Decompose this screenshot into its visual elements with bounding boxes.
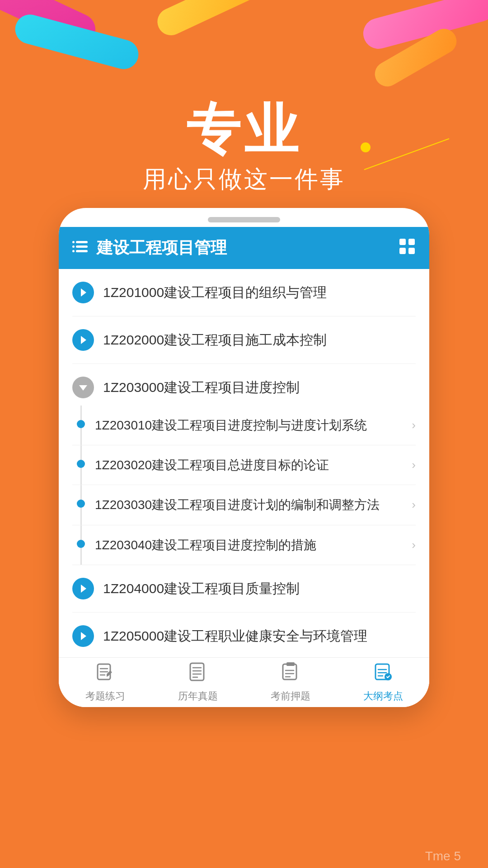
nav-label-2: 历年真题	[178, 689, 218, 703]
app-header: 建设工程项目管理	[59, 227, 429, 269]
svg-rect-0	[76, 241, 88, 243]
sub-item[interactable]: 1Z203010建设工程项目进度控制与进度计划系统 ›	[72, 406, 416, 445]
sub-item-text-4: 1Z203040建设工程项目进度控制的措施	[95, 536, 407, 554]
list-item[interactable]: 1Z204000建设工程项目质量控制	[72, 565, 416, 613]
sub-item-text-3: 1Z203030建设工程项目进度计划的编制和调整方法	[95, 496, 407, 514]
deco-dot	[361, 142, 371, 152]
sub-item[interactable]: 1Z203030建设工程项目进度计划的编制和调整方法 ›	[72, 485, 416, 525]
item-text-3: 1Z203000建设工程项目进度控制	[103, 378, 416, 397]
app-header-left: 建设工程项目管理	[72, 237, 227, 259]
grid-icon[interactable]	[399, 238, 416, 259]
bottom-nav: 考题练习 历年真题	[59, 657, 429, 707]
hero-subtitle: 用心只做这一件事	[0, 164, 488, 195]
item-icon-3	[72, 377, 94, 398]
chevron-icon-1: ›	[412, 418, 416, 432]
nav-item-prediction[interactable]: 考前押题	[244, 658, 337, 707]
list-item[interactable]: 1Z201000建设工程项目的组织与管理	[72, 269, 416, 316]
nav-item-syllabus[interactable]: 大纲考点	[337, 658, 429, 707]
svg-marker-12	[79, 385, 87, 391]
svg-rect-9	[408, 248, 415, 254]
chevron-icon-4: ›	[412, 538, 416, 552]
svg-rect-8	[399, 248, 406, 254]
prediction-icon	[280, 661, 301, 687]
list-icon	[72, 240, 89, 257]
timeline-dot-2	[77, 460, 85, 468]
item-text-1: 1Z201000建设工程项目的组织与管理	[103, 283, 416, 302]
svg-marker-10	[81, 288, 86, 297]
practice-icon	[95, 661, 116, 687]
svg-rect-4	[72, 245, 75, 248]
pill-pink	[0, 0, 101, 51]
svg-rect-1	[76, 245, 88, 248]
svg-rect-7	[408, 239, 415, 245]
svg-marker-11	[81, 336, 86, 344]
pill-orange-right	[371, 24, 461, 91]
past-papers-icon	[188, 661, 208, 687]
chevron-icon-3: ›	[412, 498, 416, 512]
timeline-dot-3	[77, 500, 85, 508]
sub-items-container: 1Z203010建设工程项目进度控制与进度计划系统 › 1Z203020建设工程…	[72, 406, 416, 565]
svg-rect-6	[399, 239, 406, 245]
nav-label-1: 考题练习	[85, 689, 125, 703]
pill-yellow	[153, 0, 263, 40]
phone-notch	[208, 217, 280, 222]
svg-marker-14	[81, 632, 86, 640]
svg-rect-5	[72, 250, 75, 252]
item-text-2: 1Z202000建设工程项目施工成本控制	[103, 330, 416, 349]
item-icon-1	[72, 282, 94, 303]
bottom-time-text: Tme 5	[425, 849, 461, 863]
header-title: 建设工程项目管理	[97, 237, 227, 259]
item-icon-5	[72, 625, 94, 647]
svg-marker-13	[81, 585, 86, 593]
sub-item[interactable]: 1Z203040建设工程项目进度控制的措施 ›	[72, 525, 416, 565]
list-item-expanded[interactable]: 1Z203000建设工程项目进度控制	[72, 364, 416, 406]
pill-cyan	[12, 11, 141, 72]
timeline-dot-4	[77, 540, 85, 548]
list-container: 1Z201000建设工程项目的组织与管理 1Z202000建设工程项目施工成本控…	[59, 269, 429, 707]
phone-mockup: 建设工程项目管理 1Z201000建设工程项目的组织与管理	[59, 208, 429, 707]
svg-rect-17	[190, 663, 204, 680]
sub-item-text-2: 1Z203020建设工程项目总进度目标的论证	[95, 456, 407, 474]
hero-section: 专业 用心只做这一件事	[0, 99, 488, 195]
nav-item-practice[interactable]: 考题练习	[59, 658, 151, 707]
timeline-dot-1	[77, 420, 85, 428]
sub-item-text-1: 1Z203010建设工程项目进度控制与进度计划系统	[95, 416, 407, 434]
nav-item-past-papers[interactable]: 历年真题	[151, 658, 244, 707]
item-icon-4	[72, 578, 94, 599]
sub-item[interactable]: 1Z203020建设工程项目总进度目标的论证 ›	[72, 445, 416, 485]
syllabus-icon	[373, 661, 394, 687]
chevron-icon-2: ›	[412, 458, 416, 472]
list-item[interactable]: 1Z205000建设工程职业健康安全与环境管理	[72, 613, 416, 660]
nav-label-4: 大纲考点	[363, 689, 403, 703]
svg-rect-19	[286, 662, 295, 666]
item-icon-2	[72, 329, 94, 351]
item-text-5: 1Z205000建设工程职业健康安全与环境管理	[103, 627, 416, 646]
nav-label-3: 考前押题	[271, 689, 310, 703]
svg-rect-2	[76, 250, 88, 252]
list-item[interactable]: 1Z202000建设工程项目施工成本控制	[72, 316, 416, 364]
svg-rect-3	[72, 241, 75, 243]
pill-pink-right	[360, 0, 488, 52]
item-text-4: 1Z204000建设工程项目质量控制	[103, 579, 416, 598]
